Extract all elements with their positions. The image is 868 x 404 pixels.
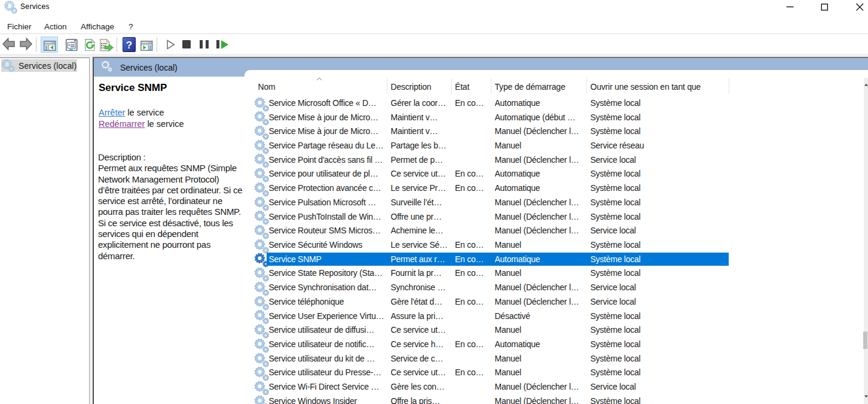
svg-text:?: ? <box>126 40 132 51</box>
